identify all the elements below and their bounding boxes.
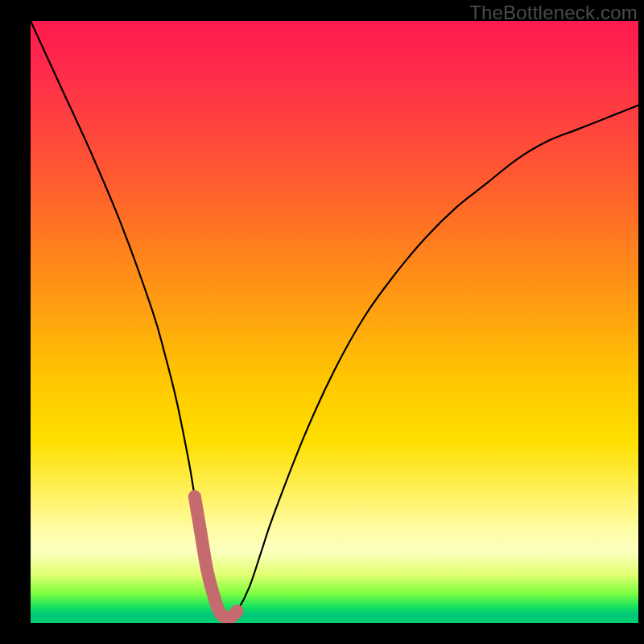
highlight-segment (195, 497, 237, 618)
watermark-text: TheBottleneck.com (469, 2, 638, 24)
plot-area (31, 21, 638, 623)
curve-svg (31, 21, 638, 623)
bottleneck-curve (31, 21, 638, 618)
chart-frame: TheBottleneck.com (0, 0, 644, 644)
